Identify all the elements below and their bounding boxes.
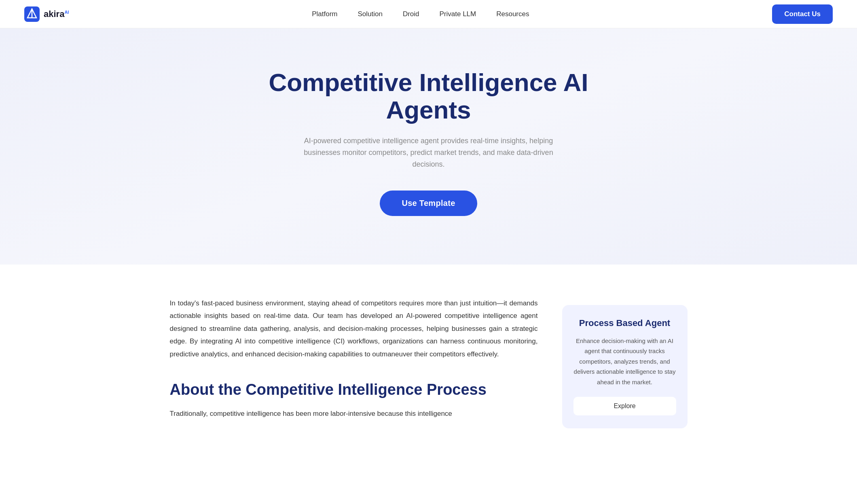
nav-item-resources[interactable]: Resources: [496, 10, 529, 18]
explore-wrapper[interactable]: Explore: [573, 397, 676, 415]
hero-title: Competitive Intelligence AI Agents: [247, 69, 611, 124]
nav-item-private-llm[interactable]: Private LLM: [440, 10, 476, 18]
main-content: In today's fast-paced business environme…: [146, 265, 712, 453]
nav-item-platform[interactable]: Platform: [312, 10, 337, 18]
logo[interactable]: akiraAI: [24, 6, 69, 22]
contact-button[interactable]: Contact Us: [772, 4, 833, 24]
card-title: Process Based Agent: [573, 318, 676, 328]
about-text: Traditionally, competitive intelligence …: [170, 407, 538, 420]
intro-paragraph: In today's fast-paced business environme…: [170, 297, 538, 360]
explore-button[interactable]: Explore: [614, 402, 635, 410]
hero-subtitle: AI-powered competitive intelligence agen…: [291, 135, 566, 170]
nav-item-solution[interactable]: Solution: [358, 10, 382, 18]
nav-links: Platform Solution Droid Private LLM Reso…: [312, 10, 529, 18]
content-left: In today's fast-paced business environme…: [170, 297, 538, 420]
about-heading: About the Competitive Intelligence Proce…: [170, 381, 538, 399]
card-body: Enhance decision-making with an AI agent…: [573, 336, 676, 388]
navbar: akiraAI Platform Solution Droid Private …: [0, 0, 857, 28]
akira-logo-icon: [24, 6, 40, 22]
logo-text: akiraAI: [44, 9, 69, 19]
process-agent-card: Process Based Agent Enhance decision-mak…: [562, 305, 688, 429]
use-template-button[interactable]: Use Template: [380, 191, 477, 216]
hero-section: Competitive Intelligence AI Agents AI-po…: [0, 28, 857, 265]
nav-item-droid[interactable]: Droid: [403, 10, 419, 18]
